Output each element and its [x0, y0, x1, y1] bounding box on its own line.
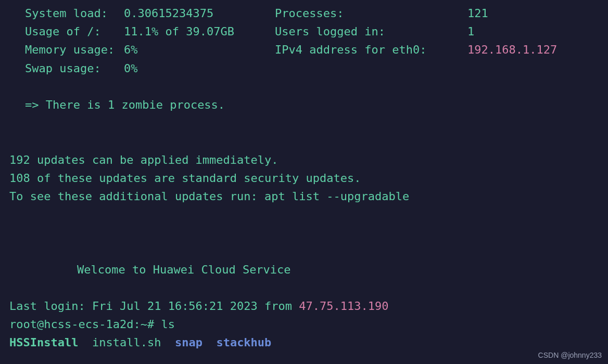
- welcome-banner: Welcome to Huawei Cloud Service: [9, 261, 599, 279]
- zombie-warning: => There is 1 zombie process.: [9, 96, 599, 114]
- file-install-sh: install.sh: [92, 336, 161, 349]
- last-login-line: Last login: Fri Jul 21 16:56:21 2023 fro…: [9, 297, 599, 315]
- swap-value: 0%: [124, 59, 275, 77]
- users-label: Users logged in:: [275, 22, 467, 41]
- shell-prompt: root@hcss-ecs-1a2d:~#: [9, 318, 161, 331]
- last-login-ip: 47.75.113.190: [299, 300, 388, 313]
- prompt-line-1[interactable]: root@hcss-ecs-1a2d:~# ls: [9, 315, 599, 333]
- command-ls: ls: [161, 318, 175, 331]
- ip-value: 192.168.1.127: [467, 41, 599, 59]
- disk-value: 11.1% of 39.07GB: [124, 22, 275, 41]
- swap-label: Swap usage:: [25, 59, 124, 77]
- disk-label: Usage of /:: [25, 22, 124, 41]
- processes-value: 121: [467, 4, 599, 22]
- users-value: 1: [467, 22, 599, 41]
- sys-load-value: 0.30615234375: [124, 4, 275, 22]
- ip-label: IPv4 address for eth0:: [275, 41, 467, 59]
- sys-load-label: System load:: [25, 4, 124, 22]
- last-login-prefix: Last login: Fri Jul 21 16:56:21 2023 fro…: [9, 300, 299, 313]
- ls-output: HSSInstall install.sh snap stackhub: [9, 333, 599, 352]
- dir-snap: snap: [175, 336, 202, 349]
- watermark: CSDN @johnny233: [538, 349, 602, 361]
- processes-label: Processes:: [275, 4, 467, 22]
- dir-stackhub: stackhub: [216, 336, 271, 349]
- mem-value: 6%: [124, 41, 275, 59]
- system-info-table: System load: 0.30615234375 Processes: 12…: [9, 4, 599, 77]
- updates-line-2: 108 of these updates are standard securi…: [9, 169, 599, 187]
- updates-line-1: 192 updates can be applied immediately.: [9, 151, 599, 169]
- file-hssinstall: HSSInstall: [9, 336, 78, 349]
- updates-line-3: To see these additional updates run: apt…: [9, 187, 599, 205]
- mem-label: Memory usage:: [25, 41, 124, 59]
